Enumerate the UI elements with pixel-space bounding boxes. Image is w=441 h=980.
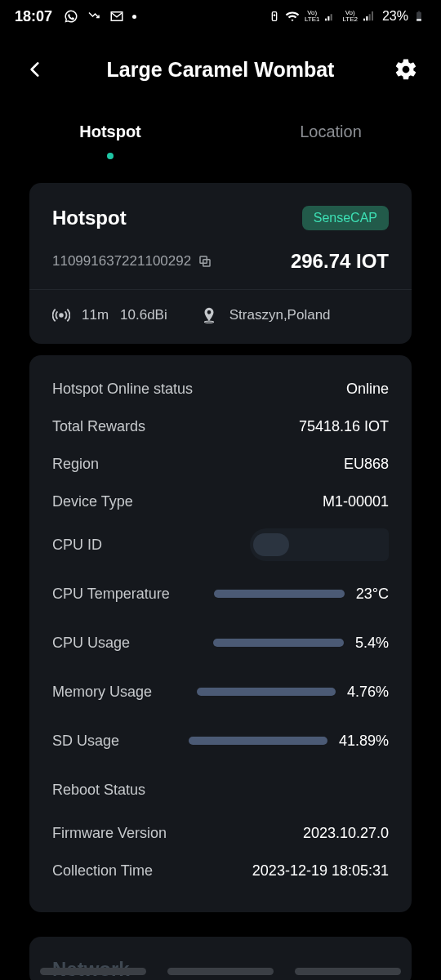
svg-rect-2 bbox=[416, 19, 421, 21]
balance-value: 296.74 IOT bbox=[291, 250, 389, 273]
label: CPU Usage bbox=[52, 635, 130, 652]
android-status-bar: 18:07 Vo) LTE1 Vo) LTE2 bbox=[0, 0, 441, 33]
copy-icon[interactable] bbox=[198, 254, 212, 269]
antenna-icon bbox=[52, 306, 70, 324]
row-collection-time: Collection Time 2023-12-19 18:05:31 bbox=[52, 852, 389, 889]
label: Device Type bbox=[52, 493, 133, 510]
sd-usage-bar bbox=[189, 737, 327, 745]
memory-usage-bar bbox=[197, 688, 336, 696]
svg-point-7 bbox=[204, 321, 213, 323]
row-cpu-id: CPU ID bbox=[52, 520, 389, 569]
row-memory-usage: Memory Usage 4.76% bbox=[52, 667, 389, 716]
device-id-row: 110991637221100292 bbox=[52, 253, 212, 270]
tab-hotspot[interactable]: Hotspot bbox=[0, 122, 220, 172]
row-region: Region EU868 bbox=[52, 445, 389, 483]
vendor-badge: SenseCAP bbox=[302, 206, 389, 230]
whatsapp-icon bbox=[64, 9, 78, 24]
android-gesture-bar bbox=[0, 968, 441, 975]
tab-location[interactable]: Location bbox=[220, 122, 441, 172]
hotspot-summary-card: Hotspot SenseCAP 110991637221100292 296.… bbox=[29, 183, 412, 344]
summary-title: Hotspot bbox=[52, 207, 127, 229]
row-total-rewards: Total Rewards 75418.16 IOT bbox=[52, 408, 389, 445]
wifi-icon bbox=[285, 9, 300, 24]
tab-label: Location bbox=[300, 122, 362, 141]
more-notifications-dot bbox=[132, 15, 136, 19]
tab-active-indicator bbox=[107, 153, 114, 159]
value: Online bbox=[346, 381, 389, 398]
label: Total Rewards bbox=[52, 418, 145, 435]
label: Collection Time bbox=[52, 862, 153, 880]
page-title: Large Caramel Wombat bbox=[0, 58, 441, 82]
tab-label: Hotspot bbox=[79, 122, 141, 141]
value: EU868 bbox=[344, 456, 389, 473]
label: CPU ID bbox=[52, 537, 102, 554]
app-header: Large Caramel Wombat bbox=[0, 41, 441, 98]
row-cpu-usage: CPU Usage 5.4% bbox=[52, 618, 389, 667]
value: 23°C bbox=[356, 586, 389, 603]
device-id: 110991637221100292 bbox=[52, 253, 191, 270]
value: M1-00001 bbox=[323, 493, 389, 510]
row-reboot-status: Reboot Status bbox=[52, 765, 389, 814]
hotspot-details-card: Hotspot Online status Online Total Rewar… bbox=[29, 355, 412, 912]
gain-value: 10.6dBi bbox=[120, 307, 167, 323]
label: Memory Usage bbox=[52, 684, 152, 701]
cpu-id-masked bbox=[250, 528, 389, 561]
battery-percent: 23% bbox=[382, 9, 408, 24]
value: 2023.10.27.0 bbox=[303, 825, 389, 842]
label: CPU Temperature bbox=[52, 586, 170, 603]
tab-bar: Hotspot Location bbox=[0, 122, 441, 172]
row-cpu-temperature: CPU Temperature 23°C bbox=[52, 569, 389, 618]
cpu-temp-bar bbox=[214, 590, 345, 598]
value: 5.4% bbox=[355, 635, 389, 652]
row-sd-usage: SD Usage 41.89% bbox=[52, 716, 389, 765]
battery-icon bbox=[412, 9, 426, 24]
missed-call-icon bbox=[87, 9, 101, 24]
back-button[interactable] bbox=[15, 49, 56, 90]
location-value: Straszyn,Poland bbox=[229, 307, 331, 323]
value: 4.76% bbox=[347, 684, 389, 701]
label: Firmware Version bbox=[52, 825, 167, 842]
label: Hotspot Online status bbox=[52, 381, 193, 398]
signal-2-icon bbox=[361, 9, 376, 24]
sim2-indicator: Vo) LTE2 bbox=[342, 10, 358, 23]
signal-1-icon bbox=[323, 9, 337, 24]
location-pin-icon bbox=[200, 306, 218, 324]
cpu-usage-bar bbox=[213, 639, 344, 647]
value: 2023-12-19 18:05:31 bbox=[252, 862, 389, 880]
row-device-type: Device Type M1-00001 bbox=[52, 483, 389, 520]
label: Region bbox=[52, 456, 99, 473]
value: 41.89% bbox=[339, 733, 389, 750]
label: Reboot Status bbox=[52, 782, 145, 799]
svg-rect-3 bbox=[418, 11, 420, 12]
svg-point-6 bbox=[60, 314, 63, 317]
gmail-icon bbox=[109, 9, 124, 24]
sim1-indicator: Vo) LTE1 bbox=[305, 10, 320, 23]
status-time: 18:07 bbox=[15, 8, 52, 25]
settings-button[interactable] bbox=[385, 49, 426, 90]
row-online-status: Hotspot Online status Online bbox=[52, 370, 389, 408]
row-firmware-version: Firmware Version 2023.10.27.0 bbox=[52, 814, 389, 852]
battery-saver-icon bbox=[267, 9, 282, 24]
label: SD Usage bbox=[52, 733, 119, 750]
value: 75418.16 IOT bbox=[299, 418, 389, 435]
elevation-value: 11m bbox=[82, 307, 109, 323]
